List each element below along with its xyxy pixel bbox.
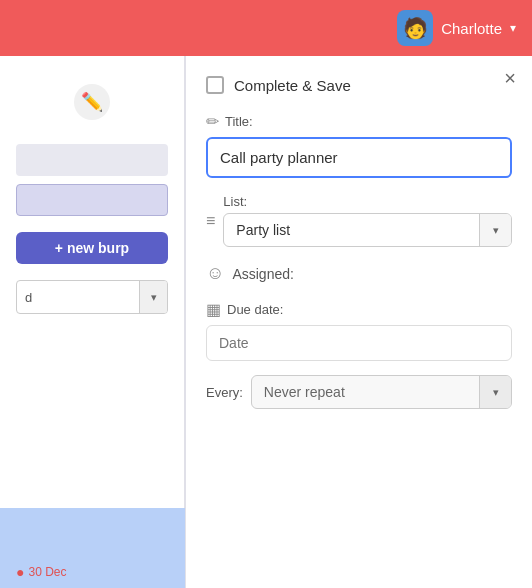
title-pencil-icon: ✏ xyxy=(206,112,219,131)
complete-save-label: Complete & Save xyxy=(234,77,351,94)
user-name: Charlotte xyxy=(441,20,502,37)
edit-icon[interactable]: ✏️ xyxy=(74,84,110,120)
user-menu[interactable]: 🧑 Charlotte ▾ xyxy=(397,10,516,46)
app-header: 🧑 Charlotte ▾ xyxy=(0,0,532,56)
assigned-label: Assigned: xyxy=(232,266,293,282)
every-row: Every: Never repeat ▾ xyxy=(206,375,512,409)
every-label: Every: xyxy=(206,385,243,400)
list-label: List: xyxy=(223,194,512,209)
new-burp-button[interactable]: + new burp xyxy=(16,232,168,264)
calendar-icon: ▦ xyxy=(206,300,221,319)
every-dropdown-value: Never repeat xyxy=(252,376,479,408)
complete-save-checkbox[interactable] xyxy=(206,76,224,94)
task-modal: × Complete & Save ✏ Title: ≡ List: Party… xyxy=(185,56,532,588)
filter-dropdown-caret-icon[interactable]: ▾ xyxy=(139,280,167,314)
search-bar-placeholder xyxy=(16,144,168,176)
calendar-date-label: ● 30 Dec xyxy=(16,564,67,580)
list-dropdown[interactable]: Party list ▾ xyxy=(223,213,512,247)
assigned-row: ☺ Assigned: xyxy=(206,263,512,284)
due-date-label: ▦ Due date: xyxy=(206,300,512,319)
due-date-label-text: Due date: xyxy=(227,302,283,317)
calendar-block: ● 30 Dec xyxy=(0,508,185,588)
date-text: 30 Dec xyxy=(28,565,66,579)
due-date-input[interactable] xyxy=(206,325,512,361)
list-dropdown-caret-icon[interactable]: ▾ xyxy=(479,214,511,246)
left-panel: ✏️ + new burp d ▾ ● 30 Dec xyxy=(0,56,185,588)
list-lines-icon: ≡ xyxy=(206,212,215,230)
red-dot-icon: ● xyxy=(16,564,24,580)
title-label-text: Title: xyxy=(225,114,253,129)
user-menu-chevron-icon: ▾ xyxy=(510,21,516,35)
every-dropdown[interactable]: Never repeat ▾ xyxy=(251,375,512,409)
list-row: ≡ List: Party list ▾ xyxy=(206,194,512,247)
every-dropdown-caret-icon[interactable]: ▾ xyxy=(479,376,511,408)
close-button[interactable]: × xyxy=(504,68,516,88)
smiley-icon: ☺ xyxy=(206,263,224,284)
due-date-group: ▦ Due date: xyxy=(206,300,512,361)
filter-dropdown[interactable]: d ▾ xyxy=(16,280,168,314)
title-input[interactable] xyxy=(206,137,512,178)
new-burp-label: + new burp xyxy=(55,240,129,256)
list-dropdown-value: Party list xyxy=(224,214,479,246)
edit-icon-area: ✏️ xyxy=(0,56,184,136)
avatar: 🧑 xyxy=(397,10,433,46)
complete-save-row: Complete & Save xyxy=(206,76,512,94)
item-bar xyxy=(16,184,168,216)
title-label: ✏ Title: xyxy=(206,112,512,131)
filter-dropdown-value: d xyxy=(17,290,139,305)
title-field-group: ✏ Title: xyxy=(206,112,512,178)
